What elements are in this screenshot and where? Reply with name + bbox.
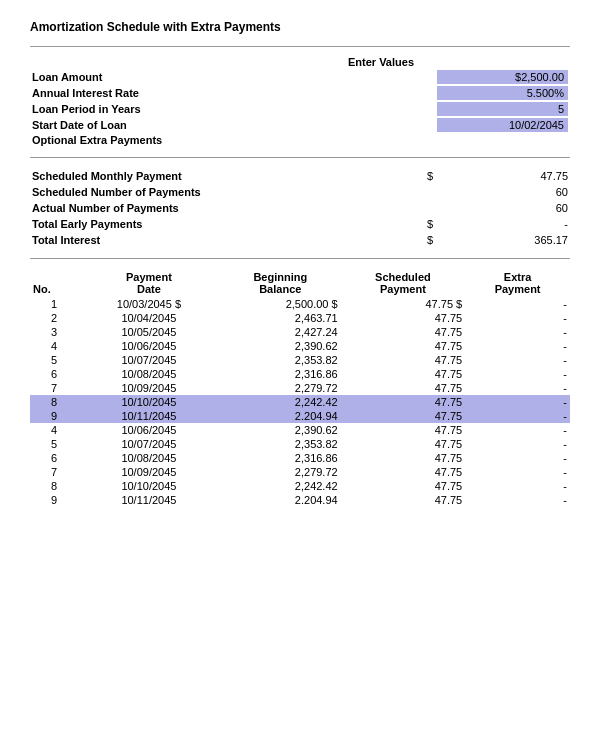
divider-1 xyxy=(30,46,570,47)
row-no: 8 xyxy=(30,395,78,409)
row-extra: - xyxy=(465,479,570,493)
schedule-row: 8 10/10/2045 2,242.42 47.75 - xyxy=(30,479,570,493)
summary-row: Total Interest $ 365.17 xyxy=(30,232,570,248)
summary-dollar xyxy=(401,200,435,216)
row-date: 10/11/2045 xyxy=(78,493,220,507)
row-scheduled: 47.75 xyxy=(341,465,466,479)
input-label: Loan Period in Years xyxy=(30,101,327,117)
summary-value: 60 xyxy=(435,184,570,200)
row-balance: 2,279.72 xyxy=(220,381,341,395)
summary-dollar: $ xyxy=(401,232,435,248)
row-date: 10/04/2045 xyxy=(78,311,220,325)
row-no: 2 xyxy=(30,311,78,325)
row-balance: 2,353.82 xyxy=(220,437,341,451)
row-no: 4 xyxy=(30,423,78,437)
row-scheduled: 47.75 xyxy=(341,367,466,381)
row-date: 10/07/2045 xyxy=(78,437,220,451)
schedule-col-header: ScheduledPayment xyxy=(341,269,466,297)
summary-dollar: $ xyxy=(401,216,435,232)
input-label: Annual Interest Rate xyxy=(30,85,327,101)
schedule-col-header: ExtraPayment xyxy=(465,269,570,297)
input-value[interactable]: 5 xyxy=(435,101,570,117)
row-scheduled: 47.75 xyxy=(341,451,466,465)
input-value[interactable]: 5.500% xyxy=(435,85,570,101)
schedule-row: 2 10/04/2045 2,463.71 47.75 - xyxy=(30,311,570,325)
row-balance: 2,390.62 xyxy=(220,339,341,353)
summary-row: Total Early Payments $ - xyxy=(30,216,570,232)
row-extra: - xyxy=(465,353,570,367)
input-row: Start Date of Loan10/02/2045 xyxy=(30,117,570,133)
schedule-col-header: PaymentDate xyxy=(78,269,220,297)
summary-label: Actual Number of Payments xyxy=(30,200,401,216)
summary-section: Scheduled Monthly Payment $ 47.75 Schedu… xyxy=(30,168,570,248)
row-date: 10/06/2045 xyxy=(78,339,220,353)
row-balance: 2,353.82 xyxy=(220,353,341,367)
summary-label: Total Interest xyxy=(30,232,401,248)
row-scheduled: 47.75 xyxy=(341,325,466,339)
enter-values-header: Enter Values xyxy=(327,55,435,69)
row-date: 10/03/2045 $ xyxy=(78,297,220,311)
row-extra: - xyxy=(465,409,570,423)
input-table: Enter ValuesLoan Amount$2,500.00Annual I… xyxy=(30,55,570,147)
row-no: 1 xyxy=(30,297,78,311)
row-scheduled: 47.75 xyxy=(341,311,466,325)
row-no: 5 xyxy=(30,353,78,367)
row-scheduled: 47.75 xyxy=(341,395,466,409)
schedule-row: 6 10/08/2045 2,316.86 47.75 - xyxy=(30,367,570,381)
input-row: Annual Interest Rate5.500% xyxy=(30,85,570,101)
schedule-row: 7 10/09/2045 2,279.72 47.75 - xyxy=(30,465,570,479)
row-extra: - xyxy=(465,465,570,479)
summary-dollar xyxy=(401,184,435,200)
input-value[interactable] xyxy=(435,133,570,147)
row-date: 10/08/2045 xyxy=(78,367,220,381)
row-balance: 2,316.86 xyxy=(220,451,341,465)
row-no: 9 xyxy=(30,493,78,507)
input-value[interactable]: $2,500.00 xyxy=(435,69,570,85)
schedule-col-header: BeginningBalance xyxy=(220,269,341,297)
row-balance: 2.204.94 xyxy=(220,493,341,507)
schedule-row: 9 10/11/2045 2.204.94 47.75 - xyxy=(30,409,570,423)
schedule-col-header: No. xyxy=(30,269,78,297)
summary-dollar: $ xyxy=(401,168,435,184)
row-extra: - xyxy=(465,325,570,339)
row-scheduled: 47.75 xyxy=(341,423,466,437)
row-no: 6 xyxy=(30,451,78,465)
summary-value: 365.17 xyxy=(435,232,570,248)
schedule-row: 9 10/11/2045 2.204.94 47.75 - xyxy=(30,493,570,507)
row-scheduled: 47.75 xyxy=(341,479,466,493)
divider-3 xyxy=(30,258,570,259)
input-value[interactable]: 10/02/2045 xyxy=(435,117,570,133)
row-scheduled: 47.75 xyxy=(341,409,466,423)
summary-label: Scheduled Monthly Payment xyxy=(30,168,401,184)
input-label: Optional Extra Payments xyxy=(30,133,327,147)
row-date: 10/10/2045 xyxy=(78,479,220,493)
row-no: 8 xyxy=(30,479,78,493)
page-title: Amortization Schedule with Extra Payment… xyxy=(30,20,570,34)
row-no: 7 xyxy=(30,465,78,479)
row-balance: 2,463.71 xyxy=(220,311,341,325)
row-scheduled: 47.75 xyxy=(341,493,466,507)
row-extra: - xyxy=(465,297,570,311)
row-balance: 2,316.86 xyxy=(220,367,341,381)
row-extra: - xyxy=(465,367,570,381)
summary-row: Actual Number of Payments 60 xyxy=(30,200,570,216)
row-extra: - xyxy=(465,437,570,451)
row-date: 10/06/2045 xyxy=(78,423,220,437)
summary-label: Scheduled Number of Payments xyxy=(30,184,401,200)
row-scheduled: 47.75 xyxy=(341,353,466,367)
schedule-row: 3 10/05/2045 2,427.24 47.75 - xyxy=(30,325,570,339)
row-date: 10/07/2045 xyxy=(78,353,220,367)
row-balance: 2,242.42 xyxy=(220,479,341,493)
schedule-row: 8 10/10/2045 2,242.42 47.75 - xyxy=(30,395,570,409)
summary-label: Total Early Payments xyxy=(30,216,401,232)
schedule-table: No.PaymentDateBeginningBalanceScheduledP… xyxy=(30,269,570,507)
row-date: 10/11/2045 xyxy=(78,409,220,423)
row-extra: - xyxy=(465,423,570,437)
schedule-row: 5 10/07/2045 2,353.82 47.75 - xyxy=(30,437,570,451)
summary-row: Scheduled Monthly Payment $ 47.75 xyxy=(30,168,570,184)
row-scheduled: 47.75 xyxy=(341,437,466,451)
row-extra: - xyxy=(465,493,570,507)
input-section: Enter ValuesLoan Amount$2,500.00Annual I… xyxy=(30,55,570,147)
row-date: 10/10/2045 xyxy=(78,395,220,409)
summary-value: 47.75 xyxy=(435,168,570,184)
